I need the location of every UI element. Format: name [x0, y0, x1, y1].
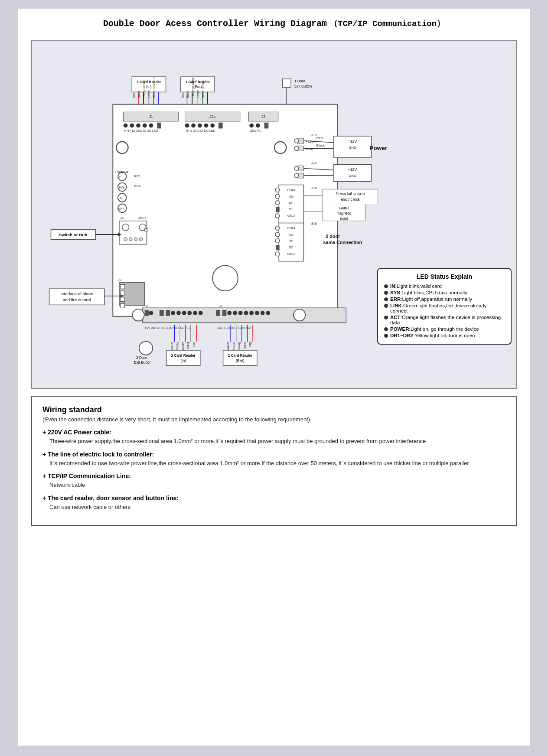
led-dot-link: [384, 304, 388, 308]
svg-text:2 door: 2 door: [326, 234, 340, 239]
svg-text:J4: J4: [146, 304, 149, 307]
svg-rect-158: [160, 310, 164, 316]
svg-text:ERR: ERR: [118, 207, 124, 210]
svg-point-172: [238, 311, 243, 315]
svg-point-13: [191, 124, 196, 128]
svg-text:1 Card Reader: 1 Card Reader: [137, 80, 161, 84]
svg-text:IN: IN: [120, 197, 123, 200]
svg-text:NO: NO: [288, 233, 294, 237]
svg-text:Green: Green: [196, 90, 199, 98]
main-title: Double Door Acess Controller Wiring Diag…: [31, 17, 517, 29]
svg-rect-145: [121, 291, 125, 295]
wiring-item-header-power: + 220V AC Power cable:: [42, 429, 506, 436]
svg-text:J14: J14: [311, 161, 317, 165]
svg-point-177: [266, 311, 270, 315]
svg-text:+12V: +12V: [348, 139, 357, 143]
svg-text:Green: Green: [182, 342, 185, 350]
wiring-standard-title: Wiring standard: [42, 405, 506, 414]
svg-point-162: [182, 311, 186, 315]
led-dot-sys: [384, 291, 388, 295]
svg-text:Black: Black: [186, 91, 189, 98]
svg-rect-90: [276, 207, 280, 212]
svg-rect-144: [121, 284, 125, 289]
svg-text:POWER: POWER: [115, 170, 128, 174]
svg-point-174: [249, 311, 254, 315]
led-dot-power: [384, 327, 388, 331]
svg-text:Black: Black: [137, 91, 140, 98]
svg-text:P2  GND R+D LED  DI  DI  GND +: P2 GND R+D LED DI DI GND +12: [145, 326, 191, 329]
svg-text:Yellow or White: Yellow or White: [191, 78, 194, 98]
svg-point-108: [275, 226, 280, 230]
svg-text:J1: J1: [149, 114, 153, 119]
svg-text:NC: NC: [288, 239, 294, 243]
svg-rect-159: [166, 310, 170, 316]
svg-text:Green: Green: [238, 342, 241, 350]
svg-text:magnetic: magnetic: [337, 211, 352, 215]
svg-text:(Exit): (Exit): [236, 358, 245, 363]
led-dot-dr: [384, 334, 388, 338]
svg-text:2 Door: 2 Door: [136, 355, 147, 360]
title-sub: （TCP/IP Communication）: [329, 19, 445, 29]
svg-rect-8: [157, 123, 161, 129]
svg-rect-154: [145, 310, 149, 316]
svg-point-7: [149, 124, 153, 128]
svg-text:and fire control: and fire control: [63, 297, 91, 302]
svg-point-22: [256, 124, 260, 128]
svg-point-6: [143, 124, 147, 128]
wiring-item-body-tcpip: Network cable: [49, 481, 506, 489]
svg-point-12: [185, 124, 189, 128]
svg-point-180: [139, 341, 153, 355]
svg-text:GND: GND: [306, 147, 313, 151]
svg-point-141: [212, 265, 238, 291]
svg-rect-153: [143, 308, 346, 323]
svg-rect-31: [283, 79, 291, 88]
svg-text:Power: Power: [369, 145, 388, 151]
svg-point-130: [124, 238, 127, 241]
svg-text:Green: Green: [147, 90, 150, 98]
svg-text:GND: GND: [349, 146, 356, 150]
svg-text:KR1: KR1: [134, 174, 140, 178]
svg-point-132: [134, 238, 137, 241]
led-status-title: LED Status Explain: [384, 273, 505, 280]
svg-rect-23: [264, 123, 269, 129]
svg-rect-206: [223, 350, 257, 365]
svg-text:Interface of alarm: Interface of alarm: [60, 291, 93, 296]
svg-text:R+I +12 GND  DI  DO LED: R+I +12 GND DI DO LED: [124, 129, 158, 132]
svg-text:(In): (In): [146, 85, 152, 89]
svg-point-170: [227, 311, 232, 315]
svg-text:(In): (In): [180, 358, 186, 363]
svg-text:J17: J17: [311, 221, 317, 225]
led-dot-in: [384, 284, 388, 288]
wiring-item-power-cable: + 220V AC Power cable: Three-wire power …: [42, 429, 506, 446]
svg-point-110: [275, 239, 280, 243]
svg-rect-17: [219, 123, 223, 129]
led-item: POWER:Light on, go through the device: [384, 326, 505, 332]
svg-text:COM: COM: [287, 188, 295, 192]
page-container: Double Door Acess Controller Wiring Diag…: [18, 9, 530, 746]
led-item: DR1~DR2:Yellow light on,door is open: [384, 333, 505, 338]
svg-point-88: [275, 194, 280, 199]
svg-rect-134: [145, 228, 148, 231]
svg-text:AC: AC: [289, 201, 294, 205]
svg-text:J2a: J2a: [209, 114, 215, 119]
svg-text:1 Card Reader: 1 Card Reader: [186, 80, 210, 84]
svg-point-21: [249, 124, 254, 128]
svg-point-109: [275, 232, 280, 237]
svg-point-63: [294, 147, 299, 151]
svg-text:+12V: +12V: [348, 167, 357, 172]
wiring-item-card-reader: + The card reader, door sensor and butto…: [42, 495, 506, 512]
svg-point-176: [261, 311, 265, 315]
svg-text:S2: S2: [289, 245, 293, 249]
svg-point-60: [294, 139, 299, 143]
svg-point-155: [149, 311, 153, 315]
svg-point-210: [274, 142, 286, 153]
svg-text:Black: Black: [187, 342, 190, 349]
svg-text:Red: Red: [132, 92, 135, 98]
svg-text:S1: S1: [289, 207, 293, 211]
svg-text:Exit Button: Exit Button: [294, 84, 312, 88]
svg-rect-193: [166, 350, 200, 365]
svg-point-16: [210, 124, 215, 128]
wiring-standard-section: Wiring standard (Even the connection dis…: [31, 396, 517, 526]
svg-point-160: [171, 311, 175, 315]
svg-text:GND: GND: [349, 174, 356, 178]
